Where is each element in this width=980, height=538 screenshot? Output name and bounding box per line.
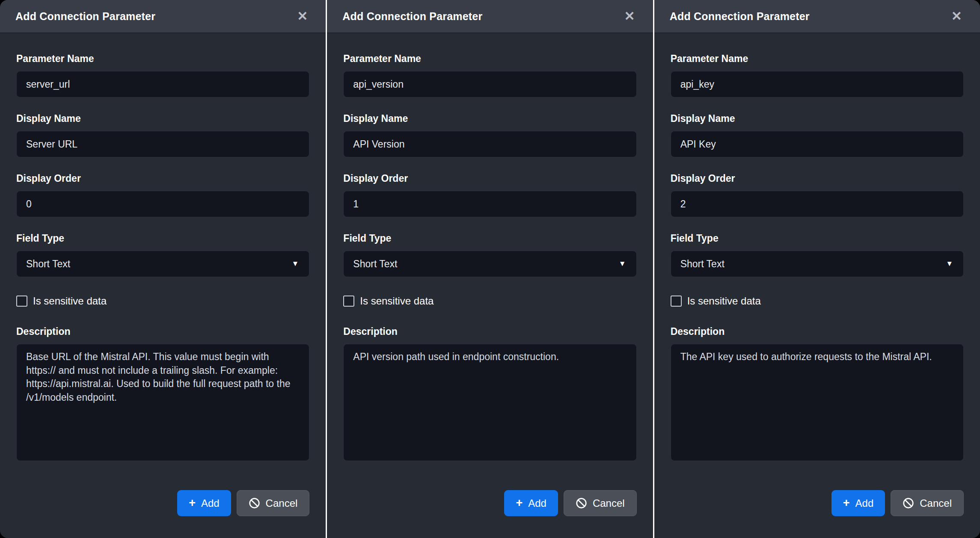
parameter-name-input[interactable] — [343, 71, 636, 98]
field-type-select[interactable]: Short Text ▼ — [671, 251, 964, 277]
add-connection-parameter-dialog-3: Add Connection Parameter ✕ Parameter Nam… — [654, 0, 980, 538]
plus-icon: + — [516, 497, 523, 509]
display-name-input[interactable] — [16, 131, 309, 157]
parameter-name-label: Parameter Name — [671, 53, 964, 65]
sensitive-checkbox[interactable] — [343, 296, 354, 307]
sensitive-data-row: Is sensitive data — [671, 295, 964, 307]
sensitive-checkbox-label: Is sensitive data — [687, 295, 761, 307]
dialog-body: Parameter Name Display Name Display Orde… — [327, 33, 653, 538]
display-name-label: Display Name — [671, 113, 964, 124]
add-button-label: Add — [201, 497, 220, 509]
field-type-selected-value: Short Text — [26, 258, 70, 270]
sensitive-checkbox-label: Is sensitive data — [360, 295, 434, 307]
add-button[interactable]: + Add — [832, 490, 885, 516]
dialog-body: Parameter Name Display Name Display Orde… — [654, 33, 980, 538]
display-order-label: Display Order — [671, 173, 964, 184]
field-type-label: Field Type — [671, 233, 964, 244]
description-textarea[interactable]: API version path used in endpoint constr… — [343, 344, 636, 461]
field-type-label: Field Type — [16, 233, 309, 244]
field-type-select[interactable]: Short Text ▼ — [16, 251, 309, 277]
description-label: Description — [16, 326, 309, 337]
display-name-label: Display Name — [343, 113, 636, 124]
chevron-down-icon: ▼ — [946, 260, 953, 268]
sensitive-data-row: Is sensitive data — [343, 295, 636, 307]
dialog-header: Add Connection Parameter ✕ — [327, 0, 653, 33]
sensitive-checkbox[interactable] — [16, 296, 27, 307]
dialog-title: Add Connection Parameter — [15, 10, 155, 23]
plus-icon: + — [189, 497, 196, 509]
ban-icon — [903, 497, 914, 509]
display-order-label: Display Order — [16, 173, 309, 184]
dialog-header: Add Connection Parameter ✕ — [654, 0, 980, 33]
close-icon: ✕ — [297, 9, 308, 23]
dialogs-strip: Add Connection Parameter ✕ Parameter Nam… — [0, 0, 980, 538]
cancel-button-label: Cancel — [920, 497, 952, 509]
display-order-input[interactable] — [343, 191, 636, 217]
ban-icon — [576, 497, 587, 509]
dialog-footer: + Add Cancel — [16, 490, 309, 533]
close-icon: ✕ — [624, 9, 635, 23]
close-button[interactable]: ✕ — [294, 8, 310, 24]
close-icon: ✕ — [951, 9, 962, 23]
cancel-button[interactable]: Cancel — [564, 490, 637, 516]
cancel-button-label: Cancel — [593, 497, 625, 509]
cancel-button-label: Cancel — [266, 497, 298, 509]
display-name-input[interactable] — [671, 131, 964, 157]
field-type-label: Field Type — [343, 233, 636, 244]
close-button[interactable]: ✕ — [949, 8, 965, 24]
display-order-input[interactable] — [671, 191, 964, 217]
parameter-name-input[interactable] — [671, 71, 964, 98]
add-button-label: Add — [528, 497, 546, 509]
sensitive-checkbox-label: Is sensitive data — [33, 295, 107, 307]
dialog-title: Add Connection Parameter — [670, 10, 810, 23]
display-name-label: Display Name — [16, 113, 309, 124]
display-name-input[interactable] — [343, 131, 636, 157]
add-connection-parameter-dialog-1: Add Connection Parameter ✕ Parameter Nam… — [0, 0, 326, 538]
parameter-name-label: Parameter Name — [16, 53, 309, 65]
description-label: Description — [671, 326, 964, 337]
display-order-input[interactable] — [16, 191, 309, 217]
parameter-name-input[interactable] — [16, 71, 309, 98]
add-connection-parameter-dialog-2: Add Connection Parameter ✕ Parameter Nam… — [327, 0, 653, 538]
field-type-selected-value: Short Text — [353, 258, 397, 270]
dialog-footer: + Add Cancel — [343, 490, 636, 533]
sensitive-data-row: Is sensitive data — [16, 295, 309, 307]
parameter-name-label: Parameter Name — [343, 53, 636, 65]
chevron-down-icon: ▼ — [292, 260, 299, 268]
add-button-label: Add — [855, 497, 874, 509]
cancel-button[interactable]: Cancel — [891, 490, 964, 516]
sensitive-checkbox[interactable] — [671, 296, 682, 307]
chevron-down-icon: ▼ — [619, 260, 626, 268]
display-order-label: Display Order — [343, 173, 636, 184]
close-button[interactable]: ✕ — [622, 8, 638, 24]
field-type-select[interactable]: Short Text ▼ — [343, 251, 636, 277]
plus-icon: + — [843, 497, 850, 509]
dialog-header: Add Connection Parameter ✕ — [0, 0, 326, 33]
dialog-title: Add Connection Parameter — [342, 10, 482, 23]
dialog-body: Parameter Name Display Name Display Orde… — [0, 33, 326, 538]
field-type-selected-value: Short Text — [680, 258, 725, 270]
description-label: Description — [343, 326, 636, 337]
ban-icon — [249, 497, 260, 509]
add-button[interactable]: + Add — [504, 490, 558, 516]
cancel-button[interactable]: Cancel — [237, 490, 310, 516]
description-textarea[interactable]: Base URL of the Mistral API. This value … — [16, 344, 309, 461]
add-button[interactable]: + Add — [177, 490, 231, 516]
dialog-footer: + Add Cancel — [671, 490, 964, 533]
description-textarea[interactable]: The API key used to authorize requests t… — [671, 344, 964, 461]
